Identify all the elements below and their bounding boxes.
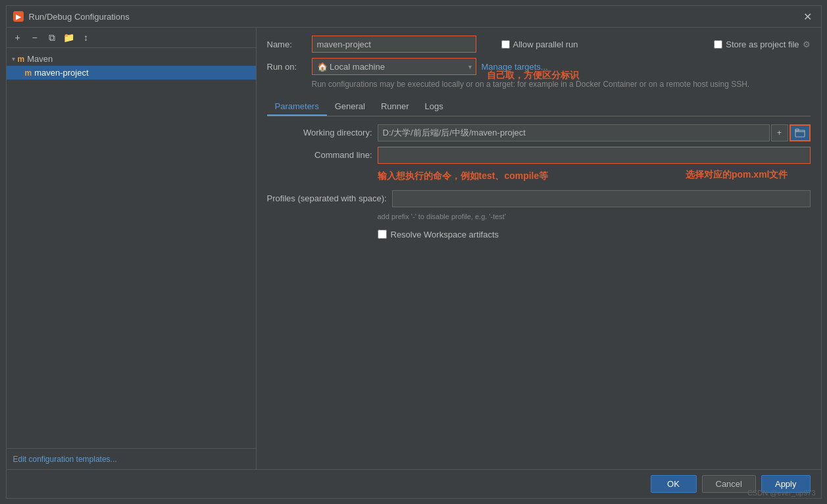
watermark: CSDN @ever_up973 bbox=[747, 489, 816, 497]
maven-item-icon: m bbox=[25, 68, 32, 78]
working-dir-browse-btn[interactable] bbox=[789, 124, 811, 141]
gear-icon[interactable]: ⚙ bbox=[803, 39, 811, 49]
working-dir-input[interactable] bbox=[378, 124, 770, 141]
annotation-name: 自己取，方便区分标识 bbox=[487, 70, 579, 82]
working-dir-label: Working directory: bbox=[267, 128, 372, 138]
sidebar-item-label: maven-project bbox=[34, 68, 88, 78]
tree-group-maven: ▾ m Maven m maven-project bbox=[7, 51, 256, 81]
title-bar: ▶ Run/Debug Configurations ✕ bbox=[7, 6, 821, 28]
profiles-row: Profiles (separated with space): bbox=[267, 190, 811, 207]
annotation-pom: 选择对应的pom.xml文件 bbox=[686, 169, 788, 181]
name-row: Name: Allow parallel run Store as projec… bbox=[267, 36, 811, 53]
command-line-label: Command line: bbox=[267, 150, 372, 160]
sidebar-item-maven-project[interactable]: m maven-project bbox=[7, 66, 256, 80]
tab-logs[interactable]: Logs bbox=[417, 98, 451, 116]
dialog-body: + − ⧉ 📁 ↕ ▾ m Maven m maven-project bbox=[7, 28, 821, 469]
working-dir-input-group: + bbox=[378, 124, 811, 141]
title-bar-left: ▶ Run/Debug Configurations bbox=[13, 11, 130, 22]
sidebar: + − ⧉ 📁 ↕ ▾ m Maven m maven-project bbox=[7, 28, 257, 469]
remove-config-button[interactable]: − bbox=[28, 30, 42, 45]
dialog-title: Run/Debug Configurations bbox=[29, 12, 130, 22]
maven-group-label: Maven bbox=[27, 54, 53, 64]
edit-templates-link[interactable]: Edit configuration templates... bbox=[13, 455, 117, 464]
store-project-checkbox[interactable] bbox=[714, 40, 722, 49]
add-config-button[interactable]: + bbox=[11, 30, 25, 45]
chevron-down-icon: ▾ bbox=[12, 55, 15, 63]
name-input[interactable] bbox=[312, 36, 476, 53]
profiles-input[interactable] bbox=[392, 190, 811, 207]
allow-parallel-label: Allow parallel run bbox=[513, 39, 578, 49]
sort-config-button[interactable]: ↕ bbox=[79, 30, 93, 45]
resolve-ws-label: Resolve Workspace artifacts bbox=[391, 230, 499, 239]
sidebar-footer: Edit configuration templates... bbox=[7, 448, 256, 469]
sidebar-toolbar: + − ⧉ 📁 ↕ bbox=[7, 28, 256, 48]
working-dir-macro-btn[interactable]: + bbox=[771, 124, 788, 141]
tab-parameters[interactable]: Parameters bbox=[267, 98, 327, 116]
dialog-icon: ▶ bbox=[13, 11, 24, 22]
resolve-ws-row: Resolve Workspace artifacts bbox=[378, 230, 811, 239]
store-project-label: Store as project file bbox=[726, 39, 799, 49]
store-project-row: Store as project file ⚙ bbox=[714, 39, 810, 49]
command-line-input[interactable] bbox=[378, 147, 811, 164]
main-content: Name: Allow parallel run Store as projec… bbox=[257, 28, 821, 469]
form-section: Working directory: + bbox=[267, 124, 811, 239]
run-on-label: Run on: bbox=[267, 62, 307, 72]
profiles-label: Profiles (separated with space): bbox=[267, 193, 387, 203]
allow-parallel-checkbox[interactable] bbox=[501, 40, 510, 49]
ok-button[interactable]: OK bbox=[651, 475, 697, 493]
dialog-footer: OK Cancel Apply CSDN @ever_up973 bbox=[7, 469, 821, 498]
tab-runner[interactable]: Runner bbox=[373, 98, 417, 116]
profiles-hint: add prefix '-' to disable profile, e.g. … bbox=[378, 213, 811, 220]
folder-config-button[interactable]: 📁 bbox=[62, 30, 76, 45]
resolve-ws-checkbox[interactable] bbox=[378, 230, 387, 239]
sidebar-tree: ▾ m Maven m maven-project bbox=[7, 48, 256, 448]
tab-general[interactable]: General bbox=[327, 98, 373, 116]
command-line-row: Command line: bbox=[267, 147, 811, 164]
tree-group-header-maven[interactable]: ▾ m Maven bbox=[7, 52, 256, 66]
name-label: Name: bbox=[267, 39, 307, 49]
run-on-select[interactable]: 🏠 Local machine ▾ bbox=[312, 58, 476, 75]
allow-parallel-row: Allow parallel run bbox=[501, 39, 578, 49]
copy-config-button[interactable]: ⧉ bbox=[45, 30, 59, 45]
run-on-value: 🏠 Local machine bbox=[317, 62, 385, 72]
close-button[interactable]: ✕ bbox=[801, 10, 814, 23]
tabs: Parameters General Runner Logs bbox=[267, 98, 811, 116]
run-debug-dialog: ▶ Run/Debug Configurations ✕ + − ⧉ 📁 ↕ ▾… bbox=[6, 5, 822, 499]
working-dir-row: Working directory: + bbox=[267, 124, 811, 141]
chevron-down-icon: ▾ bbox=[468, 63, 472, 70]
maven-group-icon: m bbox=[18, 55, 25, 64]
